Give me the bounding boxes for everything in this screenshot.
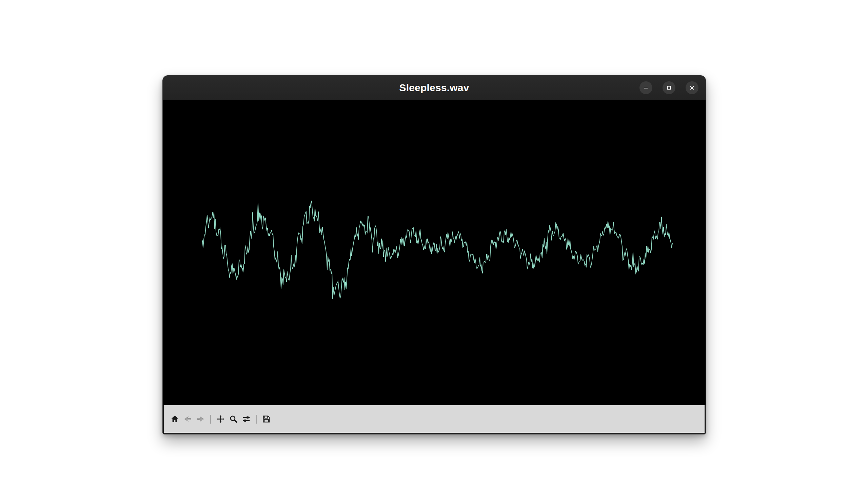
save-icon [262, 415, 271, 423]
forward-button [196, 414, 205, 424]
back-button [183, 414, 193, 424]
window-title: Sleepless.wav [399, 82, 469, 94]
pan-button[interactable] [216, 414, 225, 424]
home-button[interactable] [170, 414, 180, 424]
app-window: Sleepless.wav [162, 75, 706, 434]
window-controls [639, 76, 698, 100]
home-icon [171, 415, 179, 423]
subplots-button[interactable] [241, 414, 251, 424]
toolbar-border [163, 405, 706, 434]
pan-icon [216, 415, 225, 423]
zoom-button[interactable] [229, 414, 238, 424]
window-titlebar[interactable]: Sleepless.wav [163, 76, 706, 100]
save-button[interactable] [261, 414, 271, 424]
close-icon [689, 85, 695, 91]
waveform-line [202, 201, 673, 299]
plot-canvas[interactable] [163, 100, 706, 405]
navigation-toolbar [164, 405, 705, 433]
close-button[interactable] [686, 81, 698, 94]
minimize-icon [643, 85, 649, 91]
forward-icon [196, 415, 205, 423]
subplots-icon [242, 415, 251, 423]
maximize-button[interactable] [663, 81, 675, 94]
zoom-icon [229, 415, 238, 423]
maximize-icon [666, 85, 672, 91]
toolbar-separator [256, 415, 257, 424]
minimize-button[interactable] [639, 81, 652, 94]
waveform-plot [163, 100, 706, 405]
toolbar-separator [210, 415, 211, 424]
back-icon [183, 415, 192, 423]
